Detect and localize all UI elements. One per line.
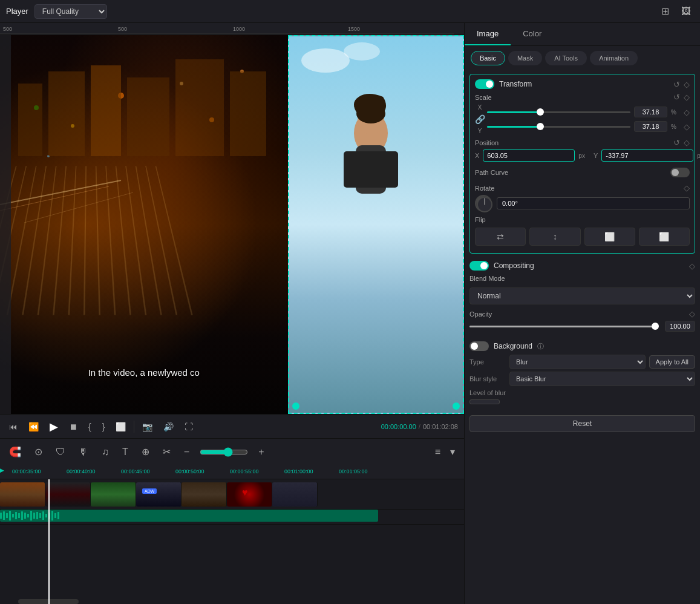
background-toggle[interactable] [469,341,489,351]
rewind-button[interactable]: ⏮ [6,421,21,433]
mark-in-button[interactable]: { [85,421,94,433]
scale-y-diamond[interactable]: ◇ [684,122,690,131]
list-view-button[interactable]: ≡ [432,444,443,459]
subtab-animation[interactable]: Animation [590,51,638,65]
transform-toggle[interactable] [475,79,494,89]
compositing-icons: ◇ [689,261,695,271]
flip-vertical-button[interactable]: ↕ [529,228,580,246]
split-button[interactable]: ✂ [160,444,174,459]
lock-icon[interactable]: 🔗 [475,114,485,124]
opacity-diamond-icon[interactable]: ◇ [689,309,695,318]
svg-rect-16 [48,71,85,156]
level-of-blur-value[interactable] [469,399,500,404]
clip-4[interactable]: ADW [136,482,182,507]
more-button[interactable]: ▾ [447,444,458,459]
svg-rect-46 [45,514,47,517]
svg-rect-19 [175,59,224,156]
stop-button[interactable]: ⏹ [66,421,80,433]
music-button[interactable]: ♫ [99,445,112,459]
blend-mode-select[interactable]: Normal Multiply Screen Overlay Darken Li… [469,287,695,304]
compositing-diamond-icon[interactable]: ◇ [689,261,695,271]
position-reset-icon[interactable]: ↺ [673,138,680,147]
transform-diamond-icon[interactable]: ◇ [684,80,690,89]
clip-6[interactable]: ♥ [227,482,272,507]
vol-plus-button[interactable]: + [255,445,267,459]
vol-minus-button[interactable]: − [181,445,192,459]
quality-select[interactable]: Full Quality Half Quality Quarter Qualit… [34,4,107,19]
scale-reset-icon[interactable]: ↺ [673,93,680,102]
subtab-basic[interactable]: Basic [471,51,505,65]
mark-out-button[interactable]: } [99,421,108,433]
rotate-diamond-icon[interactable]: ◇ [684,183,690,192]
timeline-scrollbar-thumb[interactable] [18,599,79,604]
audio-waveform [0,510,378,522]
mic-button[interactable]: 🎙 [76,445,91,459]
opacity-thumb[interactable] [652,323,659,330]
cursor-button[interactable]: ⊙ [31,444,45,459]
svg-point-7 [118,93,124,99]
flip-4-button[interactable]: ⬜ [639,228,690,246]
subtab-mask[interactable]: Mask [508,51,542,65]
flip-buttons: ⇄ ↕ ⬜ ⬜ [475,228,690,246]
rotate-dial[interactable] [475,195,492,212]
main-area: 500 1000 1500 500 [0,23,700,604]
flip-3-button[interactable]: ⬜ [584,228,635,246]
clip-3[interactable] [91,482,136,507]
transform-title: Transform [499,80,532,88]
play-button[interactable]: ▶ [47,419,61,435]
compositing-title: Compositing [494,261,534,270]
shield-button[interactable]: 🛡 [53,445,68,459]
position-y-input[interactable] [601,149,693,162]
subtab-ai-tools[interactable]: AI Tools [545,51,587,65]
timeline-scrollbar[interactable] [0,599,464,604]
magnet-button[interactable]: 🧲 [6,444,24,459]
scale-diamond-icon[interactable]: ◇ [684,93,690,102]
scale-x-diamond[interactable]: ◇ [684,108,690,117]
level-row [469,399,695,404]
type-select[interactable]: Blur Color Image [509,355,646,369]
scale-y-thumb[interactable] [537,123,544,130]
transform-reset-icon[interactable]: ↺ [673,80,680,89]
svg-rect-37 [18,513,20,518]
clip-7[interactable] [272,482,318,507]
clip-2[interactable] [45,482,91,507]
toolbar: 🧲 ⊙ 🛡 🎙 ♫ T ⊕ ✂ − + ≡ ▾ [0,438,464,465]
x-axis-label: X [478,104,482,111]
svg-rect-38 [21,511,23,520]
pip-handle-bl[interactable] [292,402,299,410]
scale-y-input[interactable] [634,121,667,132]
grid-view-button[interactable]: ⊞ [658,4,672,18]
flip-horizontal-button[interactable]: ⇄ [475,228,526,246]
crop-button[interactable]: ⬜ [113,421,129,433]
tab-color[interactable]: Color [511,23,554,45]
clip-1[interactable] [0,482,45,507]
clip-5[interactable] [182,482,227,507]
position-diamond-icon[interactable]: ◇ [684,138,690,147]
position-x-input[interactable] [483,149,575,162]
opacity-slider-container[interactable] [469,323,655,330]
path-curve-toggle[interactable] [670,168,690,177]
audio-button[interactable]: 🔊 [160,421,177,433]
scale-x-slider-container[interactable] [487,108,630,116]
reset-button[interactable]: Reset [469,415,695,432]
scale-y-slider-container[interactable] [487,123,630,130]
blur-style-select[interactable]: Basic Blur Gaussian Motion [509,372,695,386]
fullscreen-button[interactable]: ⛶ [182,421,196,433]
volume-slider[interactable] [200,447,248,457]
image-view-button[interactable]: 🖼 [678,5,694,18]
opacity-input[interactable] [665,321,695,332]
scale-x-thumb[interactable] [537,108,544,116]
time-marker-2: 00:00:45:00 [121,468,150,474]
rotate-input[interactable] [497,197,690,209]
step-back-button[interactable]: ⏪ [25,421,42,433]
player-title: Player [6,7,28,16]
compositing-toggle[interactable] [469,261,489,271]
timeline-start: ▶ [0,467,4,473]
scale-x-input[interactable] [634,107,667,117]
text-button[interactable]: T [119,445,131,459]
pip-handle-br[interactable] [453,402,460,410]
sticker-button[interactable]: ⊕ [139,444,152,459]
apply-to-all-button[interactable]: Apply to All [649,355,695,369]
snapshot-button[interactable]: 📷 [139,421,155,433]
tab-image[interactable]: Image [465,23,511,45]
